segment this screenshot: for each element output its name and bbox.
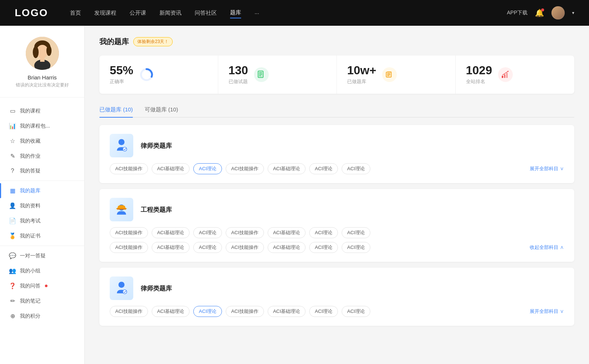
tag-r2-3[interactable]: ACI技能操作	[226, 242, 264, 253]
star-icon: ☆	[9, 138, 16, 144]
sidebar-item-certificate[interactable]: 🏅 我的证书	[0, 228, 84, 243]
sidebar-item-label: 我的资料	[20, 203, 40, 209]
tag3-0[interactable]: ACI技能操作	[110, 306, 148, 317]
sidebar-item-profile[interactable]: 👤 我的资料	[0, 198, 84, 213]
cert-icon: 🏅	[9, 232, 16, 239]
tag-0[interactable]: ACI技能操作	[110, 163, 148, 174]
profile-dropdown-arrow[interactable]: ▾	[572, 10, 574, 15]
tab-done[interactable]: 已做题库 (10)	[99, 103, 133, 117]
tag-r1-0[interactable]: ACI技能操作	[110, 227, 148, 238]
tag-r2-5[interactable]: ACI理论	[309, 242, 338, 253]
page-title: 我的题库	[99, 37, 129, 47]
svg-point-4	[46, 46, 52, 56]
qbank-tags-row1: ACI技能操作 ACI基础理论 ACI理论 ACI技能操作 ACI基础理论 AC…	[110, 227, 564, 238]
one-on-one-icon: 💬	[9, 252, 16, 259]
tag3-4[interactable]: ACI基础理论	[268, 306, 306, 317]
tab-available[interactable]: 可做题库 (10)	[145, 103, 178, 117]
tag-6[interactable]: ACI理论	[342, 163, 370, 174]
qbank-card-header: 律师类题库	[110, 134, 564, 157]
sidebar-item-course-package[interactable]: 📊 我的课程包...	[0, 118, 84, 133]
rank-icon	[498, 67, 513, 82]
svg-rect-21	[504, 74, 505, 78]
tag-r1-1[interactable]: ACI基础理论	[152, 227, 190, 238]
sidebar-item-label: 我的答疑	[20, 168, 40, 174]
my-qa-icon: ❓	[9, 282, 16, 289]
sidebar-item-favorites[interactable]: ☆ 我的收藏	[0, 133, 84, 149]
tag-r2-6[interactable]: ACI理论	[342, 242, 370, 253]
sidebar-item-notes[interactable]: ✏ 我的笔记	[0, 293, 84, 308]
tag3-1[interactable]: ACI基础理论	[152, 306, 190, 317]
svg-point-23	[507, 71, 508, 72]
sidebar-item-qa[interactable]: ? 我的答疑	[0, 164, 84, 178]
sidebar-item-my-qa[interactable]: ❓ 我的问答	[0, 278, 84, 293]
sidebar-item-label: 我的考试	[20, 218, 40, 224]
nav-open-course[interactable]: 公开课	[130, 8, 146, 18]
sidebar-item-homework[interactable]: ✎ 我的作业	[0, 149, 84, 164]
tag3-2[interactable]: ACI理论	[193, 306, 222, 317]
tag-r1-3[interactable]: ACI技能操作	[226, 227, 264, 238]
tag-5[interactable]: ACI理论	[309, 163, 338, 174]
tag-r2-2[interactable]: ACI理论	[193, 242, 222, 253]
sidebar-item-my-course[interactable]: ▭ 我的课程	[0, 103, 84, 118]
sidebar-item-label: 我的课程	[20, 108, 40, 114]
notification-bell[interactable]: 🔔	[535, 8, 544, 17]
stat-questions-label: 已做试题	[229, 78, 248, 85]
tag-r1-5[interactable]: ACI理论	[309, 227, 338, 238]
tag-1[interactable]: ACI基础理论	[152, 163, 190, 174]
avatar-image	[551, 6, 565, 19]
questions-icon	[254, 67, 269, 82]
sidebar-item-one-on-one[interactable]: 💬 一对一答疑	[0, 248, 84, 263]
tag-r2-4[interactable]: ACI基础理论	[268, 242, 306, 253]
sidebar-item-qbank[interactable]: ▦ 我的题库	[0, 183, 84, 198]
expand-button-3[interactable]: 展开全部科目 ∨	[530, 308, 564, 315]
nav-home[interactable]: 首页	[70, 8, 81, 18]
sidebar-item-points[interactable]: ⊕ 我的积分	[0, 308, 84, 324]
tag-r2-0[interactable]: ACI技能操作	[110, 242, 148, 253]
sidebar-divider-2	[0, 246, 84, 246]
qbank-card-lawyer-1: 律师类题库 ACI技能操作 ACI基础理论 ACI理论 ACI技能操作 ACI基…	[99, 125, 574, 183]
nav-more[interactable]: ···	[254, 8, 259, 18]
tag-r1-2[interactable]: ACI理论	[193, 227, 222, 238]
svg-point-28	[119, 282, 125, 288]
app-download-button[interactable]: APP下载	[507, 10, 528, 16]
qbank-tags: ACI技能操作 ACI基础理论 ACI理论 ACI技能操作 ACI基础理论 AC…	[110, 163, 526, 174]
avatar-svg	[26, 37, 59, 70]
tag3-3[interactable]: ACI技能操作	[226, 306, 264, 317]
qbank-tags: ACI技能操作 ACI基础理论 ACI理论 ACI技能操作 ACI基础理论 AC…	[110, 306, 526, 317]
tag3-5[interactable]: ACI理论	[309, 306, 338, 317]
nav-discover[interactable]: 发现课程	[94, 8, 116, 18]
qbank-card-header: 律师类题库	[110, 276, 564, 300]
nav-links: 首页 发现课程 公开课 新闻资讯 问答社区 题库 ···	[70, 8, 507, 18]
stat-accuracy: 55% 正确率	[99, 56, 218, 94]
nav-news[interactable]: 新闻资讯	[159, 8, 181, 18]
sidebar-item-exam[interactable]: 📄 我的考试	[0, 213, 84, 228]
exam-icon: 📄	[9, 217, 16, 224]
tag-2[interactable]: ACI理论	[193, 163, 222, 174]
points-icon: ⊕	[9, 313, 16, 320]
course-icon: ▭	[9, 107, 16, 114]
tag-r1-4[interactable]: ACI基础理论	[268, 227, 306, 238]
nav-qa[interactable]: 问答社区	[195, 8, 217, 18]
donut-svg	[139, 67, 154, 82]
avatar[interactable]	[551, 6, 565, 19]
tag3-6[interactable]: ACI理论	[342, 306, 370, 317]
sidebar-item-group[interactable]: 👥 我的小组	[0, 263, 84, 278]
tag-3[interactable]: ACI技能操作	[226, 163, 264, 174]
svg-rect-19	[387, 71, 392, 72]
tag-r2-1[interactable]: ACI基础理论	[152, 242, 190, 253]
unread-dot	[45, 285, 47, 287]
notes-icon: ✏	[9, 297, 16, 304]
nav-qbank[interactable]: 题库	[230, 8, 241, 18]
page-title-row: 我的题库 体验剩余23天！	[99, 37, 574, 47]
expand-button[interactable]: 展开全部科目 ∨	[530, 165, 564, 172]
profile-section: Brian Harris 错误的决定比没有决定要好	[0, 37, 84, 97]
collapse-button[interactable]: 收起全部科目 ∧	[530, 244, 564, 251]
sidebar-item-label: 我的证书	[20, 233, 40, 239]
tag-r1-6[interactable]: ACI理论	[342, 227, 370, 238]
qbank-card-lawyer-2: 律师类题库 ACI技能操作 ACI基础理论 ACI理论 ACI技能操作 ACI基…	[99, 268, 574, 326]
qbank-card-engineer: 工程类题库 ACI技能操作 ACI基础理论 ACI理论 ACI技能操作 ACI基…	[99, 189, 574, 262]
stat-questions: 130 已做试题	[218, 56, 337, 94]
tabs-row: 已做题库 (10) 可做题库 (10)	[99, 103, 574, 118]
stat-accuracy-value: 55%	[110, 64, 133, 76]
tag-4[interactable]: ACI基础理论	[268, 163, 306, 174]
